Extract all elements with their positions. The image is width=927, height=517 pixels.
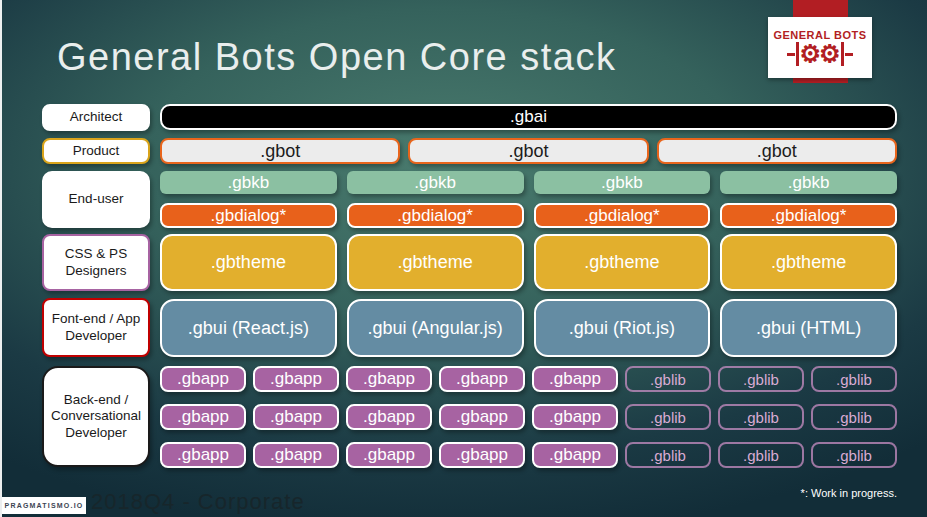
layer-gbdialog-cell: .gbdialog* [720,203,897,228]
backend-gblib-cell: .gblib [718,442,804,468]
backend-row-2: .gbapp .gbapp .gbapp .gbapp .gbapp .gbli… [160,404,897,430]
layer-row-gbot: .gbot .gbot .gbot [160,138,897,164]
backend-gbapp-cell: .gbapp [439,442,525,468]
layer-gbdialog-cell: .gbdialog* [160,203,337,228]
backend-row-1: .gbapp .gbapp .gbapp .gbapp .gbapp .gbli… [160,366,897,392]
role-label-product: Product [42,138,150,164]
backend-gbapp-cell: .gbapp [253,442,339,468]
layer-gbot-cell: .gbot [657,138,897,164]
backend-gblib-cell: .gblib [811,366,897,392]
backend-gbapp-cell: .gbapp [160,442,246,468]
backend-gbapp-cell: .gbapp [160,404,246,430]
role-label-backend-conversational-developer: Back-end / Conversational Developer [42,366,150,467]
layer-row-gbai: .gbai [160,104,897,130]
layer-gbdialog-cell: .gbdialog* [534,203,711,228]
logo-line [845,53,853,56]
layer-gbai-cell: .gbai [160,104,897,130]
backend-gblib-cell: .gblib [811,404,897,430]
layer-gbtheme-cell: .gbtheme [720,234,897,291]
logo-gears: ⚙⚙ [787,42,852,66]
role-label-end-user: End-user [42,171,150,228]
backend-gbapp-cell: .gbapp [346,404,432,430]
edition-label: 2018Q4 - Corporate [91,489,305,515]
backend-gbapp-cell: .gbapp [439,404,525,430]
backend-gbapp-cell: .gbapp [346,366,432,392]
layer-gbdialog-cell: .gbdialog* [347,203,524,228]
backend-gblib-cell: .gblib [718,366,804,392]
stack-diagram: .gbai .gbot .gbot .gbot .gbkb .gbkb .gbk… [160,104,897,468]
backend-gblib-cell: .gblib [811,442,897,468]
role-label-frontend-app-developer: Font-end / App Developer [42,298,150,357]
backend-gbapp-cell: .gbapp [532,366,618,392]
layer-gbkb-cell: .gbkb [347,171,524,194]
layer-gbui-cell: .gbui (Angular.js) [347,299,524,357]
backend-gbapp-cell: .gbapp [532,442,618,468]
layer-gbkb-cell: .gbkb [720,171,897,194]
backend-gbapp-cell: .gbapp [253,366,339,392]
role-label-architect: Architect [42,104,150,131]
backend-gblib-cell: .gblib [625,442,711,468]
gear-icon: ⚙ [799,42,821,66]
layer-gbot-cell: .gbot [160,138,400,164]
layer-gbkb-cell: .gbkb [160,171,337,194]
slide-edge-line [0,0,2,517]
layer-gbui-cell: .gbui (HTML) [720,299,897,357]
layer-gbot-cell: .gbot [408,138,648,164]
backend-gbapp-cell: .gbapp [253,404,339,430]
layer-row-gbkb: .gbkb .gbkb .gbkb .gbkb [160,171,897,194]
layer-row-gbdialog: .gbdialog* .gbdialog* .gbdialog* .gbdial… [160,203,897,228]
general-bots-logo: GENERAL BOTS ⚙⚙ [768,17,872,78]
backend-gblib-cell: .gblib [718,404,804,430]
layer-row-gbui: .gbui (React.js) .gbui (Angular.js) .gbu… [160,299,897,357]
layer-gbui-cell: .gbui (Riot.js) [534,299,711,357]
layer-gbtheme-cell: .gbtheme [534,234,711,291]
backend-gbapp-cell: .gbapp [532,404,618,430]
backend-gbapp-cell: .gbapp [439,366,525,392]
layer-row-gbtheme: .gbtheme .gbtheme .gbtheme .gbtheme [160,234,897,291]
backend-gbapp-cell: .gbapp [346,442,432,468]
layer-gbtheme-cell: .gbtheme [160,234,337,291]
layer-gbtheme-cell: .gbtheme [347,234,524,291]
work-in-progress-note: *: Work in progress. [801,487,897,499]
backend-gbapp-cell: .gbapp [160,366,246,392]
backend-gblib-cell: .gblib [625,366,711,392]
logo-line [787,53,795,56]
backend-row-3: .gbapp .gbapp .gbapp .gbapp .gbapp .gbli… [160,442,897,468]
backend-gblib-cell: .gblib [625,404,711,430]
layer-gbkb-cell: .gbkb [534,171,711,194]
slide-title: General Bots Open Core stack [57,36,616,79]
layer-gbui-cell: .gbui (React.js) [160,299,337,357]
pragmatismo-watermark: PRAGMATISMO.IO [2,497,86,514]
logo-bar [841,42,844,66]
role-label-css-ps-designers: CSS & PS Designers [42,234,150,291]
gear-icon: ⚙ [819,42,841,66]
